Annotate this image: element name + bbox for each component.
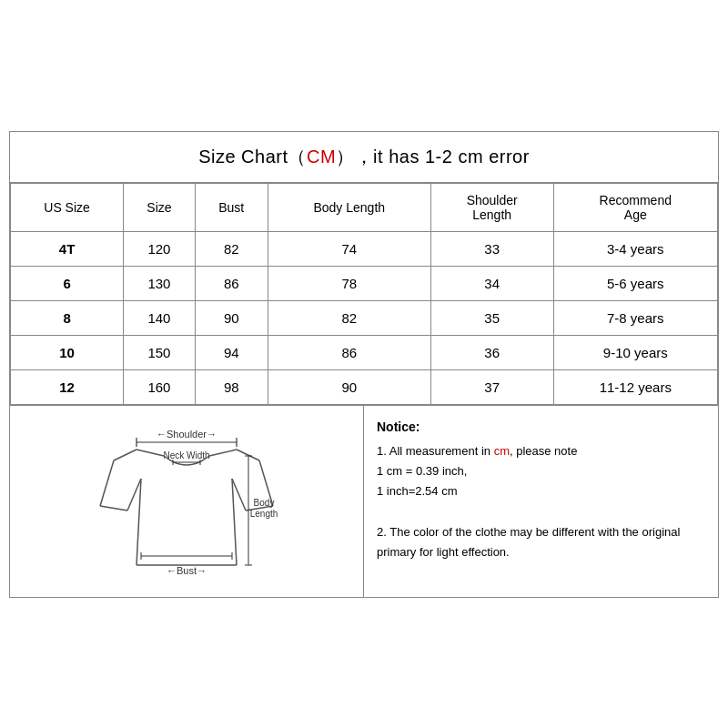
cell-bust: 82 — [195, 231, 268, 266]
cell-bust: 90 — [195, 300, 268, 335]
cell-shoulder_length: 37 — [430, 369, 553, 404]
cell-shoulder_length: 35 — [430, 300, 553, 335]
cell-size: 120 — [124, 231, 196, 266]
table-row: 4T1208274333-4 years — [11, 231, 718, 266]
svg-line-9 — [136, 479, 141, 565]
svg-text:←Shoulder→: ←Shoulder→ — [157, 429, 217, 440]
title-suffix: ），it has 1-2 cm error — [336, 147, 530, 167]
col-us-size: US Size — [11, 183, 124, 231]
cell-us_size: 6 — [11, 266, 124, 300]
cell-size: 160 — [124, 369, 196, 404]
cell-bust: 86 — [195, 266, 268, 300]
cell-shoulder_length: 34 — [430, 266, 553, 300]
svg-text:Body: Body — [254, 498, 275, 508]
cell-body_length: 86 — [268, 335, 430, 369]
table-row: 81409082357-8 years — [11, 300, 718, 335]
table-row: 61308678345-6 years — [11, 266, 718, 300]
svg-line-5 — [114, 450, 136, 460]
cell-size: 140 — [124, 300, 196, 335]
notice-cm: cm — [494, 444, 510, 458]
notice-text-1: 1. All measurement in — [377, 444, 494, 458]
cell-body_length: 78 — [268, 266, 430, 300]
notice-line3: 1 inch=2.54 cm — [377, 481, 705, 501]
svg-text:Length: Length — [250, 509, 278, 519]
cell-us_size: 12 — [11, 369, 124, 404]
col-body-length: Body Length — [268, 183, 430, 231]
notice-area: Notice: 1. All measurement in cm, please… — [364, 406, 718, 597]
notice-line2: 1 cm = 0.39 inch, — [377, 461, 705, 481]
table-row: 101509486369-10 years — [11, 335, 718, 369]
svg-line-7 — [100, 506, 127, 511]
cell-us_size: 10 — [11, 335, 124, 369]
cell-recommend_age: 9-10 years — [553, 335, 717, 369]
cell-size: 150 — [124, 335, 196, 369]
cell-bust: 98 — [195, 369, 268, 404]
title-prefix: Size Chart（ — [198, 147, 307, 167]
cell-size: 130 — [124, 266, 196, 300]
notice-title: Notice: — [377, 417, 705, 439]
size-chart: Size Chart（CM），it has 1-2 cm error US Si… — [9, 131, 719, 598]
notice-line1: 1. All measurement in cm, please note — [377, 441, 705, 461]
chart-title: Size Chart（CM），it has 1-2 cm error — [10, 132, 718, 183]
col-recommend-age: RecommendAge — [553, 183, 717, 231]
table-header-row: US Size Size Bust Body Length ShoulderLe… — [11, 183, 718, 231]
cell-shoulder_length: 33 — [430, 231, 553, 266]
cell-body_length: 74 — [268, 231, 430, 266]
cell-recommend_age: 3-4 years — [553, 231, 717, 266]
cell-bust: 94 — [195, 335, 268, 369]
title-cm: CM — [307, 147, 336, 167]
cell-us_size: 4T — [11, 231, 124, 266]
cell-recommend_age: 5-6 years — [553, 266, 717, 300]
svg-line-6 — [100, 460, 114, 506]
size-table: US Size Size Bust Body Length ShoulderLe… — [10, 183, 718, 405]
cell-body_length: 90 — [268, 369, 430, 404]
notice-text-1b: , please note — [510, 444, 577, 458]
cell-recommend_age: 7-8 years — [553, 300, 717, 335]
col-bust: Bust — [195, 183, 268, 231]
svg-text:←Bust→: ←Bust→ — [167, 565, 207, 576]
diagram-area: ←Shoulder→ — [10, 406, 364, 597]
garment-diagram: ←Shoulder→ — [86, 415, 287, 588]
cell-recommend_age: 11-12 years — [553, 369, 717, 404]
cell-body_length: 82 — [268, 300, 430, 335]
cell-us_size: 8 — [11, 300, 124, 335]
cell-shoulder_length: 36 — [430, 335, 553, 369]
notice-line4: 2. The color of the clothe may be differ… — [377, 522, 705, 562]
col-size: Size — [124, 183, 196, 231]
svg-line-11 — [232, 479, 237, 565]
col-shoulder-length: ShoulderLength — [430, 183, 553, 231]
svg-text:Neck Width: Neck Width — [163, 450, 209, 460]
bottom-section: ←Shoulder→ — [10, 405, 718, 597]
table-row: 1216098903711-12 years — [11, 369, 718, 404]
svg-line-4 — [136, 450, 164, 456]
svg-line-16 — [209, 450, 237, 456]
